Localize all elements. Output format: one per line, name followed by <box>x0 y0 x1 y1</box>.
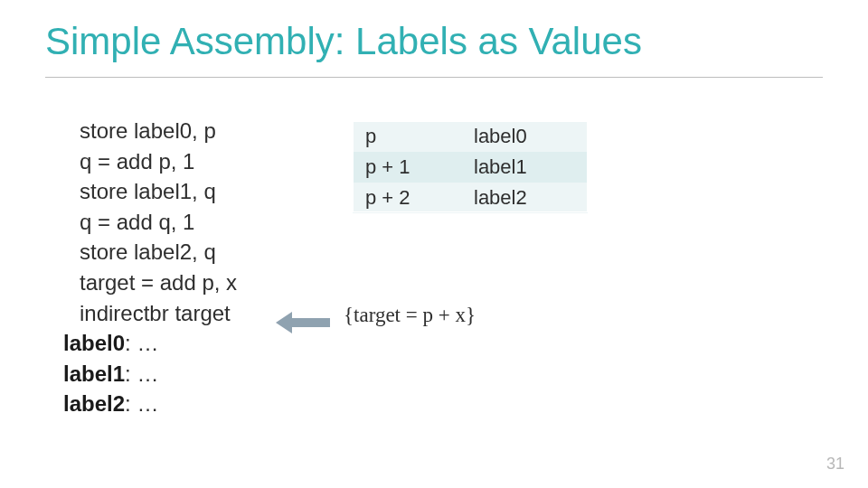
table-cell-address: p <box>353 121 461 152</box>
table-cell-value: label0 <box>461 121 588 152</box>
code-line: q = add q, 1 <box>63 207 237 238</box>
code-line: store label0, p <box>63 116 237 146</box>
svg-marker-1 <box>276 312 292 333</box>
table-row: p + 1 label1 <box>353 152 588 183</box>
table-cell-value: label2 <box>461 183 588 213</box>
label: label0 <box>63 331 125 355</box>
arrow-left-icon <box>276 312 330 333</box>
code-line: target = add p, x <box>63 267 237 298</box>
code-line: store label1, q <box>63 176 237 207</box>
memory-table: p label0 p + 1 label1 p + 2 label2 <box>353 121 588 213</box>
svg-rect-0 <box>288 318 330 327</box>
title-divider <box>45 77 823 78</box>
label-suffix: : … <box>125 331 158 355</box>
label: label2 <box>63 391 125 416</box>
slide-title: Simple Assembly: Labels as Values <box>45 20 642 63</box>
table-row: p + 2 label2 <box>353 183 588 213</box>
equation: {target = p + x} <box>344 304 476 327</box>
table-cell-address: p + 2 <box>353 183 461 213</box>
code-line: indirectbr target <box>63 298 237 329</box>
slide: Simple Assembly: Labels as Values store … <box>0 0 868 488</box>
label-suffix: : … <box>125 361 158 386</box>
code-label-line: label1: … <box>63 359 237 389</box>
code-line: store label2, q <box>63 237 237 267</box>
label-suffix: : … <box>125 391 158 416</box>
code-line: q = add p, 1 <box>63 146 237 177</box>
table-row: p label0 <box>353 121 588 152</box>
code-label-line: label0: … <box>63 328 237 359</box>
code-block: store label0, p q = add p, 1 store label… <box>63 116 237 419</box>
code-label-line: label2: … <box>63 389 237 419</box>
page-number: 31 <box>826 455 844 474</box>
label: label1 <box>63 361 125 386</box>
table-cell-value: label1 <box>461 152 588 183</box>
table-cell-address: p + 1 <box>353 152 461 183</box>
